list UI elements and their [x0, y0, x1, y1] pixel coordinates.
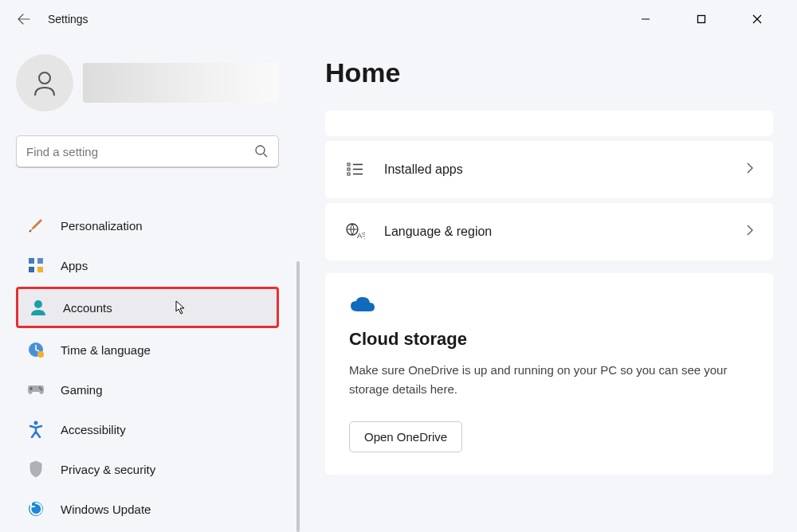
svg-point-5 [256, 146, 265, 155]
accounts-icon [29, 299, 47, 316]
page-title: Home [325, 57, 773, 88]
window-controls [630, 3, 789, 35]
search-box[interactable] [16, 135, 279, 167]
close-button[interactable] [741, 3, 773, 35]
profile-name-placeholder [83, 63, 279, 103]
sidebar-item-label: Privacy & security [61, 463, 155, 476]
cloud-icon [349, 295, 749, 318]
svg-rect-18 [347, 163, 350, 166]
minimize-icon [641, 14, 650, 24]
svg-point-11 [34, 300, 42, 308]
svg-rect-19 [347, 168, 350, 170]
cloud-storage-description: Make sure OneDrive is up and running on … [349, 361, 749, 399]
maximize-button[interactable] [685, 3, 717, 35]
clock-globe-icon [27, 341, 45, 358]
sidebar-item-label: Windows Update [61, 503, 151, 516]
sidebar-item-accessibility[interactable]: Accessibility [16, 411, 279, 448]
svg-rect-7 [29, 258, 34, 264]
svg-rect-1 [698, 16, 705, 23]
sidebar-item-label: Gaming [61, 383, 103, 397]
list-icon [344, 158, 367, 181]
language-icon: A字 [344, 221, 367, 243]
gamepad-icon [27, 381, 45, 398]
svg-rect-9 [29, 267, 34, 272]
scrollbar[interactable] [296, 261, 300, 532]
back-button[interactable] [8, 3, 40, 35]
open-onedrive-button[interactable]: Open OneDrive [349, 421, 462, 452]
sidebar-item-privacy-security[interactable]: Privacy & security [16, 451, 279, 487]
person-icon [30, 68, 59, 97]
svg-point-4 [39, 72, 50, 84]
sidebar-item-gaming[interactable]: Gaming [16, 371, 279, 408]
setting-row-installed-apps[interactable]: Installed apps [325, 141, 773, 198]
setting-row-language-region[interactable]: A字 Language & region [325, 203, 773, 260]
card-partial [325, 111, 773, 136]
svg-point-13 [37, 351, 44, 358]
svg-point-14 [39, 387, 41, 389]
sidebar-item-label: Time & language [61, 343, 151, 357]
svg-line-6 [264, 154, 267, 157]
close-icon [752, 14, 763, 25]
sidebar-item-accounts[interactable]: Accounts [16, 287, 279, 328]
profile-section[interactable] [16, 54, 279, 111]
svg-point-16 [34, 421, 38, 425]
sidebar-item-label: Apps [61, 259, 88, 272]
sidebar-item-label: Accessibility [61, 423, 126, 436]
svg-text:A字: A字 [357, 232, 365, 240]
arrow-left-icon [18, 13, 30, 25]
chevron-right-icon [746, 224, 754, 240]
titlebar: Settings [0, 0, 797, 38]
setting-label: Installed apps [384, 162, 746, 177]
sidebar-item-personalization[interactable]: Personalization [16, 207, 279, 244]
maximize-icon [697, 14, 706, 24]
cloud-storage-title: Cloud storage [349, 329, 749, 350]
svg-rect-8 [37, 258, 43, 264]
apps-icon [27, 256, 45, 274]
setting-label: Language & region [384, 225, 746, 239]
chevron-right-icon [746, 162, 754, 178]
cursor-icon [175, 300, 188, 315]
avatar [16, 54, 73, 111]
sidebar-item-label: Personalization [61, 219, 143, 233]
search-input[interactable] [26, 145, 254, 158]
window-title: Settings [48, 13, 88, 25]
sidebar-item-time-language[interactable]: Time & language [16, 331, 279, 368]
cloud-storage-card: Cloud storage Make sure OneDrive is up a… [325, 273, 773, 475]
svg-rect-10 [37, 267, 43, 272]
search-icon [254, 144, 269, 158]
shield-icon [27, 460, 45, 478]
main-content: Home Installed apps A字 Language & region… [295, 38, 797, 532]
sidebar-item-apps[interactable]: Apps [16, 247, 279, 284]
svg-rect-20 [347, 173, 350, 175]
sidebar-item-windows-update[interactable]: Windows Update [16, 491, 279, 527]
paintbrush-icon [27, 217, 45, 234]
minimize-button[interactable] [630, 3, 662, 35]
sidebar-item-label: Accounts [63, 301, 112, 315]
svg-point-15 [41, 389, 42, 390]
update-icon [27, 500, 45, 518]
accessibility-icon [27, 421, 45, 438]
sidebar: Personalization Apps Accounts Time & lan… [0, 38, 295, 532]
